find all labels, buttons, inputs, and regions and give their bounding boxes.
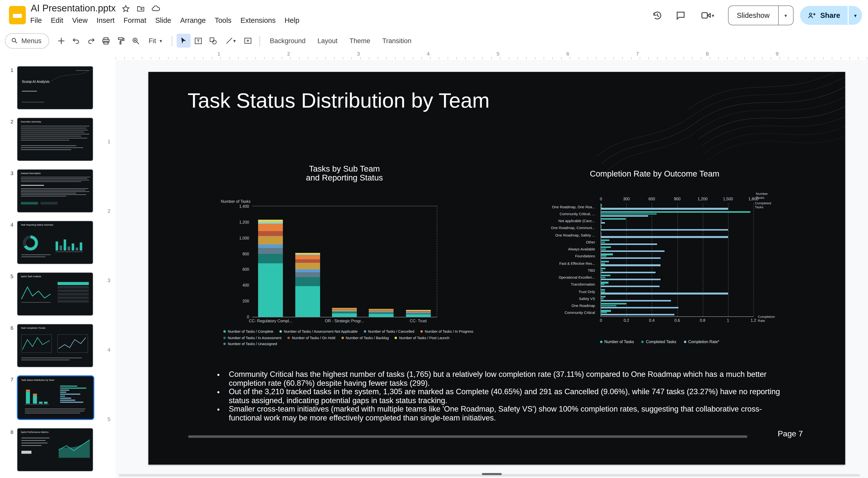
- speaker-notes-handle[interactable]: [482, 473, 502, 475]
- move-folder-icon[interactable]: [136, 4, 146, 13]
- legend-label: Number of Tasks / Post Launch: [399, 336, 450, 340]
- thumbnail-title: Scoop AI Analysis: [22, 80, 50, 83]
- filmstrip-row-1: 1 Scoop AI Analysis: [6, 66, 102, 110]
- bar-segment: [258, 231, 283, 236]
- bar-segment: [406, 310, 431, 311]
- y-axis-tick-label: 800: [227, 252, 249, 256]
- menus-search-button[interactable]: Menus: [5, 33, 49, 48]
- left-chart-title[interactable]: Tasks by Sub Team and Reporting Status: [252, 164, 437, 182]
- filmstrip-row-4: 4 Task Reporting Status Overview: [6, 220, 102, 264]
- slide-thumbnail-6[interactable]: Task Completion Trends: [17, 324, 93, 368]
- bar: [601, 284, 604, 285]
- ruler-number: 3: [357, 50, 360, 57]
- filmstrip-row-2: 2 Executive Summary: [6, 117, 102, 161]
- bar: [601, 255, 607, 257]
- shape-tool-button[interactable]: [206, 34, 220, 47]
- star-icon[interactable]: [121, 4, 130, 13]
- zoom-button[interactable]: [129, 34, 143, 47]
- slide-filmstrip[interactable]: 1 Scoop AI Analysis 2 Executive Summary: [0, 60, 102, 478]
- menu-file[interactable]: File: [26, 15, 46, 26]
- bar-segment: [406, 312, 431, 313]
- menu-arrange[interactable]: Arrange: [176, 15, 210, 26]
- bar: [601, 277, 606, 278]
- background-button[interactable]: Background: [264, 34, 311, 47]
- meet-camera-caret-icon[interactable]: ▾: [712, 13, 714, 18]
- slide-thumbnail-2[interactable]: Executive Summary: [17, 117, 93, 161]
- slides-app-icon[interactable]: [9, 6, 26, 24]
- legend-label: Number of Tasks / Unassigned: [228, 342, 277, 346]
- zoom-select[interactable]: Fit ▾: [144, 34, 167, 47]
- slide-thumbnail-8[interactable]: Sprint Performance Metrics: [17, 428, 93, 472]
- left-chart-plot[interactable]: 02004006008001,0001,2001,400CC- Regulato…: [252, 206, 437, 317]
- toolbar-separator: [172, 35, 172, 46]
- bar-segment: [295, 253, 320, 255]
- menu-help[interactable]: Help: [280, 15, 304, 26]
- slide-thumbnail-1[interactable]: Scoop AI Analysis: [17, 66, 93, 110]
- legend-item: Number of Tasks / Cancelled: [364, 329, 414, 334]
- menu-extensions[interactable]: Extensions: [236, 15, 280, 26]
- undo-button[interactable]: [69, 34, 83, 47]
- right-chart-title[interactable]: Completion Rate by Outcome Team: [546, 169, 764, 178]
- menu-view[interactable]: View: [68, 15, 92, 26]
- slideshow-caret-icon[interactable]: ▾: [778, 5, 793, 25]
- insight-bullet-list[interactable]: Community Critical has the highest numbe…: [215, 370, 786, 422]
- bar-segment: [295, 277, 320, 286]
- text-box-tool-button[interactable]: [191, 34, 205, 47]
- layout-button[interactable]: Layout: [312, 34, 343, 47]
- paint-format-button[interactable]: [114, 34, 128, 47]
- slide-thumbnail-7-selected[interactable]: Task Status Distribution by Team: [17, 375, 94, 420]
- legend-item: Number of Tasks / In Progress: [420, 329, 473, 334]
- gridline: [626, 203, 627, 316]
- slide-number: 1: [6, 66, 13, 73]
- ruler-number: 9: [776, 50, 779, 57]
- version-history-icon[interactable]: [648, 6, 667, 25]
- cloud-status-icon[interactable]: [151, 4, 160, 13]
- share-caret-icon[interactable]: ▾: [849, 6, 862, 25]
- editor-canvas[interactable]: Task Status Distribution by Team Tasks b…: [116, 60, 868, 478]
- page-number-label: Page 7: [778, 430, 803, 438]
- category-label: Transformation: [571, 282, 595, 287]
- category-label: Community Critical: [565, 311, 595, 315]
- toolbar: Menus Fit ▾: [0, 31, 868, 50]
- bar: [601, 215, 648, 216]
- thumbnail-art: [18, 170, 93, 212]
- menu-insert[interactable]: Insert: [92, 15, 119, 26]
- menu-tools[interactable]: Tools: [210, 15, 236, 26]
- menu-edit[interactable]: Edit: [46, 15, 68, 26]
- slide-thumbnail-3[interactable]: Dataset Description: [17, 169, 93, 213]
- bar-segment: [332, 311, 357, 312]
- gridline: [677, 203, 678, 316]
- bullet-point: Smaller cross-team initiatives (marked w…: [215, 405, 786, 422]
- menu-slide[interactable]: Slide: [151, 15, 176, 26]
- theme-button[interactable]: Theme: [344, 34, 376, 47]
- insert-image-button[interactable]: [241, 34, 255, 47]
- slide-thumbnail-4[interactable]: Task Reporting Status Overview: [17, 220, 93, 264]
- print-button[interactable]: [99, 34, 113, 47]
- line-tool-button[interactable]: ▾: [221, 34, 240, 47]
- legend-swatch: [395, 336, 397, 339]
- right-chart-plot[interactable]: 03006009001,2001,5001,80000.20.40.60.811…: [600, 203, 753, 317]
- legend-item: Number of Tasks / In Assessment: [223, 336, 281, 340]
- slide-thumbnail-5[interactable]: Sprint Task Analysis: [17, 272, 93, 316]
- slide-canvas[interactable]: Task Status Distribution by Team Tasks b…: [148, 72, 845, 465]
- slideshow-button[interactable]: Slideshow: [728, 5, 778, 25]
- document-title[interactable]: AI Presentation.pptx: [31, 3, 116, 14]
- thumbnail-art: [18, 118, 93, 161]
- bar: [601, 208, 728, 209]
- redo-button[interactable]: [84, 34, 98, 47]
- slide-title[interactable]: Task Status Distribution by Team: [188, 89, 490, 112]
- share-label: Share: [820, 11, 840, 19]
- bottom-axis-tick-label: 0.8: [700, 318, 705, 323]
- menu-format[interactable]: Format: [119, 15, 151, 26]
- thumbnail-art: [18, 221, 93, 264]
- comments-icon[interactable]: [671, 6, 690, 25]
- share-button[interactable]: Share: [800, 6, 848, 25]
- select-tool-button[interactable]: [177, 34, 190, 47]
- legend-item: Completion Rate*: [684, 340, 719, 344]
- slide-number: 5: [6, 272, 13, 279]
- transition-button[interactable]: Transition: [377, 34, 417, 47]
- ruler-number: 4: [427, 50, 430, 57]
- bar: [601, 218, 626, 220]
- meet-camera-button[interactable]: ▾: [694, 6, 720, 25]
- new-slide-button[interactable]: [54, 34, 68, 47]
